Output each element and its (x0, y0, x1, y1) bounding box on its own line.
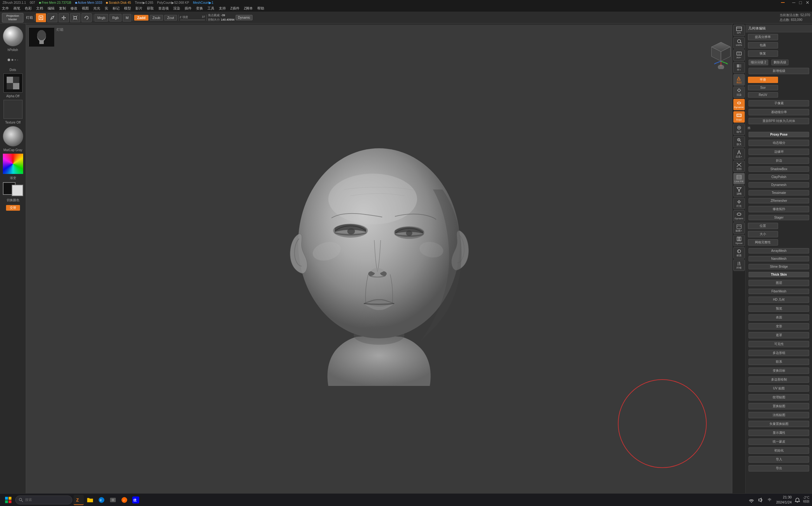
proxy-pose-btn[interactable]: Proxy Pose (749, 132, 809, 137)
m-btn[interactable]: M (123, 14, 131, 21)
menu-file[interactable]: 文件 (2, 6, 9, 11)
slime-bridge-btn[interactable]: Slime Bridge (749, 264, 809, 269)
material-icon-btn[interactable]: 材质 (733, 247, 745, 259)
texture-map-btn[interactable]: 纹理贴图 (749, 394, 809, 401)
alpha-preview[interactable] (3, 74, 22, 92)
filter-icon-btn[interactable]: 滤镜 (733, 185, 745, 197)
dynamic-subdiv-btn[interactable]: 动态细分 (749, 140, 809, 146)
modify-topo-btn[interactable]: 修改拓扑 (749, 206, 809, 212)
size-btn[interactable]: 大小 (748, 231, 778, 237)
rgb-btn[interactable]: Rgb (110, 14, 122, 21)
bpr-to-geo-btn[interactable]: 重新BPR 转换为几何体 (749, 118, 809, 124)
head-sculpt-mesh[interactable] (45, 34, 713, 484)
tessimate-btn[interactable]: Tessimate (749, 190, 809, 195)
taskbar-edge-icon[interactable]: e (96, 495, 107, 505)
light-icon-btn[interactable]: 灯光 (733, 198, 745, 209)
suv-btn[interactable]: Suv (748, 85, 778, 90)
increase-subdiv-btn[interactable]: 提高分辨率 (748, 34, 778, 40)
suyz-icon-btn[interactable]: Suyz (733, 111, 745, 122)
taskbar-youku-icon[interactable]: 优 (131, 495, 141, 505)
menu-marker[interactable]: 标记 (113, 6, 120, 11)
z-intensity-slider[interactable] (180, 20, 205, 20)
subpixel-btn[interactable]: 子像素 (749, 100, 809, 106)
polypaint-btn[interactable]: 多边形绘制 (749, 376, 809, 383)
linefill-icon-btn[interactable]: Line Fill (733, 173, 745, 184)
wrap-btn[interactable]: 包裹 (748, 42, 778, 49)
texture2-icon-btn[interactable]: 贴图+ (733, 223, 745, 234)
nav-cube[interactable] (710, 40, 729, 66)
menu-copy[interactable]: 复制 (59, 6, 66, 11)
weather-display[interactable]: -2°C 晴朗 (803, 496, 809, 504)
new-low-btn[interactable]: 新增低级 (749, 68, 809, 74)
projection-master-btn[interactable]: Projection Master (2, 13, 23, 22)
layer-btn[interactable]: 图层 (749, 280, 809, 286)
taskbar-search[interactable]: 搜索 (15, 496, 72, 504)
network-icon[interactable] (748, 495, 755, 505)
aa-btn[interactable]: AA+ (733, 50, 745, 61)
zoom-icon-btn[interactable]: 放大 (733, 136, 745, 147)
menu-view[interactable]: 视图 (82, 6, 89, 11)
normal-map-btn[interactable]: 法线贴图 (749, 412, 809, 418)
half-btn[interactable]: 半+ (733, 62, 745, 73)
thick-skin-btn[interactable]: Thick Skin (749, 272, 809, 277)
menu-transform[interactable]: 变换 (196, 6, 203, 11)
menu-model[interactable]: 模型 (124, 6, 131, 11)
brush-preview[interactable] (3, 26, 23, 46)
dots-pattern-preview[interactable] (3, 54, 22, 66)
rotate-btn[interactable] (81, 13, 92, 22)
bg-color-swatch[interactable] (12, 185, 23, 196)
menu-zscript[interactable]: Z脚本 (244, 6, 253, 11)
fg-bg-colors[interactable] (3, 182, 23, 196)
menu-modify[interactable]: 修改 (70, 6, 77, 11)
nanomesh-btn[interactable]: NanoMesh (749, 256, 809, 261)
edit-btn[interactable] (36, 13, 46, 22)
fibermesh-icon-btn[interactable]: 纤维 (733, 259, 745, 271)
zcut-btn[interactable]: Zcut (164, 15, 177, 21)
addpts-icon-btn[interactable]: 点击+ (733, 148, 745, 160)
zsub-btn[interactable]: Zsub (150, 15, 163, 21)
details-icon-btn[interactable]: 细节 (733, 123, 745, 135)
menu-support[interactable]: 支持 (219, 6, 226, 11)
edge-loop-btn[interactable]: 边缘环 (749, 149, 809, 155)
morph-target-btn[interactable]: 变换目标 (749, 367, 809, 374)
uv-map-btn[interactable]: UV 贴图 (749, 385, 809, 392)
zoom-100-btn[interactable]: 100% (733, 37, 745, 49)
cut-icon-btn[interactable]: 切割 (733, 161, 745, 172)
hd-geo-btn[interactable]: HD 几何 (749, 297, 809, 303)
vector-displacement-btn[interactable]: 矢量置换贴图 (749, 421, 809, 427)
color-picker[interactable] (3, 154, 23, 174)
menu-plugins[interactable]: 插件 (185, 6, 192, 11)
close-btn[interactable]: ✕ (806, 0, 809, 5)
menu-movie[interactable]: 影片 (135, 6, 142, 11)
maximize-btn[interactable]: □ (799, 0, 802, 5)
sculpt-icon-btn[interactable]: 雕刻 (733, 74, 745, 86)
menu-brush[interactable]: 画笔 (13, 6, 20, 11)
visibility-btn[interactable]: 可见性 (749, 341, 809, 347)
menu-zplugin[interactable]: Z插件 (230, 6, 240, 11)
delete-high-btn[interactable]: 删除高级 (771, 60, 789, 65)
start-button[interactable] (3, 494, 14, 506)
subdiv-level-btn[interactable]: 细分分级 2 (749, 60, 768, 65)
taskbar-zbrush-icon[interactable]: Z (74, 495, 84, 505)
menu-real[interactable]: 实 (105, 6, 108, 11)
ime-icon[interactable]: 中 (766, 495, 773, 505)
base-subdiv-btn[interactable]: 基础细分率 (749, 109, 809, 115)
datetime-display[interactable]: 21:30 2024/1/24 (776, 495, 792, 505)
texture-preview[interactable] (3, 100, 22, 119)
swap-btn[interactable]: 交替 (6, 205, 20, 211)
connect-btn[interactable]: 联系 (749, 359, 809, 365)
deform-btn[interactable]: 变形 (749, 323, 809, 330)
taskbar-folder-icon[interactable] (85, 495, 95, 505)
menu-help[interactable]: 帮助 (257, 6, 264, 11)
displacement-map-btn[interactable]: 置换贴图 (749, 403, 809, 409)
menu-render[interactable]: 渲染 (173, 6, 180, 11)
polygroups-btn[interactable]: 多边形组 (749, 350, 809, 356)
export-btn[interactable]: 导出 (749, 465, 809, 472)
dynamesh-btn[interactable]: Dynamesh (749, 182, 809, 187)
menu-color[interactable]: 色彩 (25, 6, 32, 11)
minimize-btn[interactable]: ─ (792, 0, 796, 5)
crease-btn[interactable]: 折边 (749, 158, 809, 164)
unified-skin-btn[interactable]: 统一蒙皮 (749, 438, 809, 445)
menu-tool[interactable]: 工具 (207, 6, 214, 11)
menu-light[interactable]: 光光 (93, 6, 100, 11)
